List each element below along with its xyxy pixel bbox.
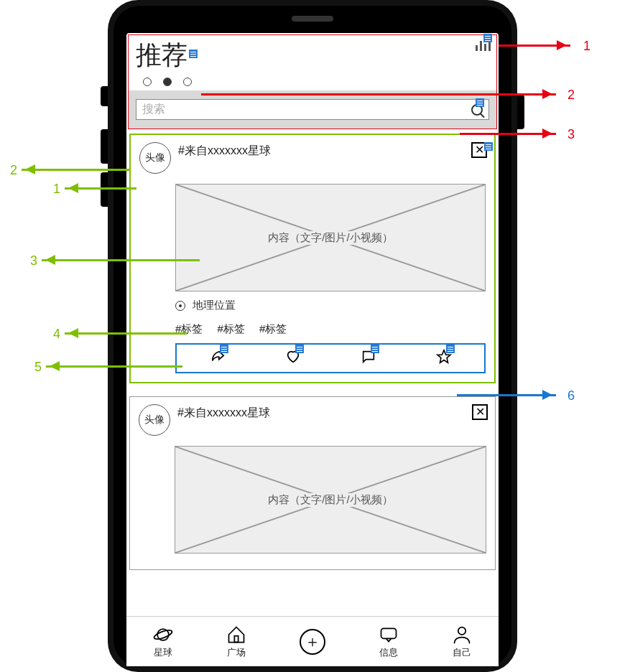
- annotation-label: 3: [30, 253, 37, 269]
- share-button[interactable]: [210, 349, 226, 368]
- nav-star[interactable]: 星球: [153, 625, 173, 659]
- annotation-label: 2: [568, 88, 575, 103]
- annotation-label: 5: [34, 360, 42, 375]
- content-label: 内容（文字/图片/小视频）: [265, 231, 395, 245]
- svg-rect-7: [381, 628, 397, 638]
- phone-side-button: [101, 129, 108, 164]
- source-text[interactable]: #来自xxxxxxx星球: [177, 406, 270, 421]
- tag[interactable]: #标签: [259, 322, 287, 335]
- svg-rect-6: [234, 635, 238, 642]
- carousel-dots[interactable]: [143, 78, 489, 86]
- location-icon: [175, 301, 185, 311]
- favorite-button[interactable]: [436, 349, 452, 368]
- comment-button[interactable]: [361, 349, 376, 368]
- page-title: 推荐: [136, 40, 187, 70]
- nav-label: 广场: [227, 646, 246, 659]
- content-placeholder[interactable]: 内容（文字/图片/小视频）: [175, 184, 486, 291]
- phone-side-button: [101, 172, 108, 207]
- like-button[interactable]: [285, 349, 301, 368]
- bottom-nav: 星球 广场 ＋ 信息 自己: [126, 616, 499, 666]
- phone-side-button: [517, 95, 524, 129]
- tags-row: #标签 #标签 #标签: [175, 322, 486, 336]
- feed-card: 头像 #来自xxxxxxx星球 ✕ 内容（文字/图片/小视频）: [129, 134, 496, 383]
- svg-point-5: [153, 628, 173, 640]
- search-input[interactable]: 搜索: [136, 99, 489, 120]
- nav-post-button[interactable]: ＋: [300, 629, 325, 655]
- carousel-dot[interactable]: [163, 78, 172, 86]
- feed-list: 头像 #来自xxxxxxx星球 ✕ 内容（文字/图片/小视频）: [126, 129, 499, 570]
- nav-plaza[interactable]: 广场: [226, 625, 246, 659]
- phone-frame: 推荐 搜索: [108, 0, 517, 672]
- close-button[interactable]: ✕: [471, 142, 487, 158]
- nav-label: 星球: [154, 646, 172, 659]
- trend-icon[interactable]: [476, 38, 491, 51]
- content-label: 内容（文字/图片/小视频）: [265, 493, 395, 507]
- annotation-label: 4: [53, 327, 60, 342]
- phone-screen: 推荐 搜索: [126, 33, 499, 666]
- page-header: 推荐 搜索: [128, 34, 497, 129]
- geo-row[interactable]: 地理位置: [175, 299, 486, 312]
- nav-label: 信息: [379, 646, 398, 659]
- svg-point-8: [458, 627, 466, 635]
- annotation-label: 2: [10, 163, 17, 178]
- phone-side-button: [101, 86, 108, 106]
- avatar[interactable]: 头像: [139, 142, 171, 174]
- annotation-label: 3: [568, 127, 575, 142]
- source-text[interactable]: #来自xxxxxxx星球: [178, 144, 271, 159]
- avatar-label: 头像: [144, 414, 165, 426]
- tag[interactable]: #标签: [218, 322, 245, 335]
- carousel-dot[interactable]: [143, 78, 152, 86]
- feed-card: 头像 #来自xxxxxxx星球 ✕ 内容（文字/图片/小视频）: [129, 396, 496, 570]
- annotation-label: 1: [53, 182, 60, 197]
- nav-message[interactable]: 信息: [379, 625, 399, 659]
- plus-icon: ＋: [300, 629, 325, 655]
- search-placeholder: 搜索: [142, 102, 471, 117]
- content-placeholder[interactable]: 内容（文字/图片/小视频）: [175, 446, 486, 554]
- avatar-label: 头像: [145, 151, 165, 164]
- close-button[interactable]: ✕: [472, 404, 488, 420]
- action-bar: [175, 343, 486, 373]
- nav-self[interactable]: 自己: [452, 625, 472, 659]
- carousel-dot[interactable]: [183, 78, 192, 86]
- annotation-label: 6: [568, 388, 575, 403]
- avatar[interactable]: 头像: [139, 404, 170, 436]
- annotation-label: 1: [583, 39, 590, 54]
- nav-label: 自己: [453, 646, 471, 659]
- geo-label: 地理位置: [193, 299, 236, 312]
